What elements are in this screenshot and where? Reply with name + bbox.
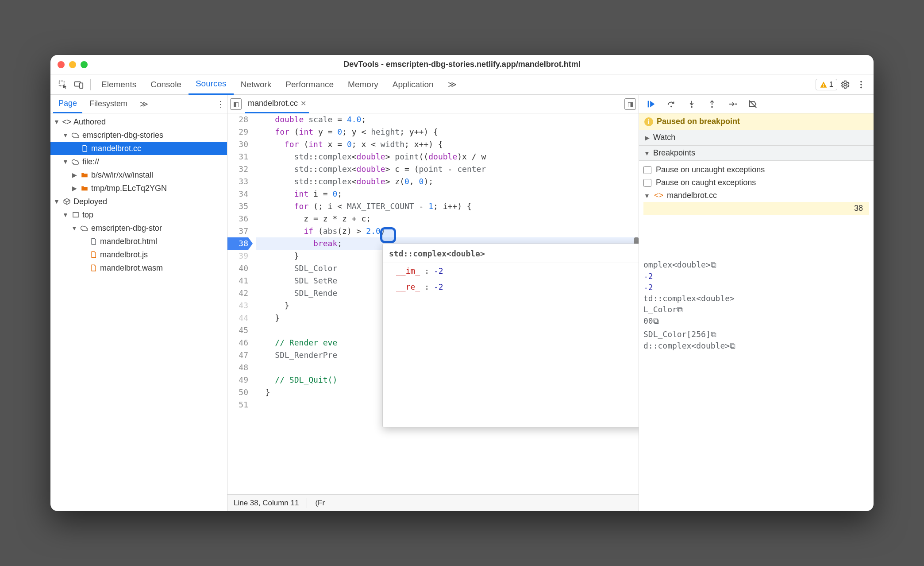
svg-point-14	[735, 103, 737, 105]
tree-file-wasm[interactable]: mandelbrot.wasm	[50, 261, 227, 275]
nav-tab-page[interactable]: Page	[53, 95, 82, 113]
gutter[interactable]: 2829303132333435363738394041424344454647…	[227, 113, 252, 494]
svg-point-13	[711, 106, 713, 108]
editor-statusbar: Line 38, Column 11 (Fr	[227, 494, 639, 511]
step-icon[interactable]	[727, 98, 738, 110]
watch-section-header[interactable]: ▶Watch	[639, 130, 874, 145]
devtools-window: DevTools - emscripten-dbg-stories.netlif…	[50, 55, 874, 511]
hover-token-highlight	[380, 227, 396, 243]
svg-point-12	[691, 106, 693, 108]
hover-tooltip: std::complex<double> __im_:-2 __re_:-2	[382, 244, 639, 427]
scope-row[interactable]: -2	[643, 282, 869, 293]
tree-host-authored[interactable]: ▼emscripten-dbg-stories	[50, 128, 227, 142]
kebab-menu-icon[interactable]	[853, 77, 869, 93]
issues-badge[interactable]: 1	[816, 79, 837, 90]
panel-tab-application[interactable]: Application	[385, 74, 441, 95]
scope-row[interactable]: -2	[643, 271, 869, 282]
panel-tab-elements[interactable]: Elements	[94, 74, 143, 95]
file-tree[interactable]: ▼<>Authored ▼emscripten-dbg-stories mand…	[50, 113, 227, 511]
close-tab-icon[interactable]: ✕	[300, 99, 306, 108]
status-extra: (Fr	[315, 499, 325, 508]
tree-host-deployed[interactable]: ▼emscripten-dbg-stor	[50, 221, 227, 235]
svg-rect-9	[73, 213, 78, 217]
window-title: DevTools - emscripten-dbg-stories.netlif…	[50, 60, 874, 69]
tree-file-mandelbrot-cc[interactable]: mandelbrot.cc	[50, 142, 227, 155]
tooltip-field: __re_:-2	[383, 279, 639, 295]
inspect-element-icon[interactable]	[55, 77, 71, 93]
nav-tab-overflow[interactable]: ≫	[135, 95, 154, 113]
tree-folder-install[interactable]: ▶b/s/w/ir/x/w/install	[50, 168, 227, 182]
scope-row[interactable]: SDL_Color[256]⧉	[643, 329, 869, 340]
panel-tab-memory[interactable]: Memory	[341, 74, 385, 95]
pause-uncaught-checkbox[interactable]: Pause on uncaught exceptions	[643, 163, 869, 176]
tree-folder-tmp[interactable]: ▶tmp/tmp.ELcTq2YGN	[50, 182, 227, 195]
tree-authored[interactable]: ▼<>Authored	[50, 115, 227, 128]
svg-rect-4	[823, 86, 824, 87]
step-out-icon[interactable]	[706, 98, 718, 110]
main-toolbar: Elements Console Sources Network Perform…	[50, 74, 874, 95]
tree-file-html[interactable]: mandelbrot.html	[50, 235, 227, 248]
tree-file-js[interactable]: mandelbrot.js	[50, 248, 227, 261]
scope-row[interactable]: omplex<double>⧉	[643, 259, 869, 271]
editor-tab-label: mandelbrot.cc	[248, 99, 298, 108]
issues-count: 1	[829, 80, 833, 89]
breakpoints-section: Pause on uncaught exceptions Pause on ca…	[639, 161, 874, 217]
code-editor[interactable]: 2829303132333435363738394041424344454647…	[227, 113, 639, 494]
svg-point-6	[860, 81, 862, 82]
svg-point-8	[860, 86, 862, 88]
svg-point-11	[670, 105, 672, 107]
debugger-pane: i Paused on breakpoint ▶Watch ▼Breakpoin…	[639, 95, 874, 511]
cursor-position: Line 38, Column 11	[234, 499, 299, 508]
settings-icon[interactable]	[837, 77, 853, 93]
panel-tab-console[interactable]: Console	[143, 74, 189, 95]
scope-row[interactable]: td::complex<double>	[643, 293, 869, 304]
step-over-icon[interactable]	[666, 98, 677, 110]
tooltip-field: __im_:-2	[383, 263, 639, 279]
panel-tab-sources[interactable]: Sources	[189, 74, 234, 95]
tooltip-type: std::complex<double>	[383, 248, 639, 263]
tree-file-proto[interactable]: ▼file://	[50, 155, 227, 168]
svg-rect-10	[648, 101, 649, 107]
panel-tab-performance[interactable]: Performance	[278, 74, 341, 95]
tree-top[interactable]: ▼top	[50, 208, 227, 221]
body: Page Filesystem ≫ ⋮ ▼<>Authored ▼emscrip…	[50, 95, 874, 511]
nav-kebab-icon[interactable]: ⋮	[216, 99, 224, 109]
scope-row[interactable]: 00⧉	[643, 315, 869, 327]
toggle-navigator-icon[interactable]: ◧	[230, 98, 242, 110]
navigator-pane: Page Filesystem ≫ ⋮ ▼<>Authored ▼emscrip…	[50, 95, 227, 511]
resume-icon[interactable]	[645, 98, 657, 110]
svg-point-5	[844, 83, 847, 86]
svg-point-7	[860, 84, 862, 85]
svg-rect-2	[80, 83, 83, 88]
editor-tabs: ◧ mandelbrot.cc ✕ ◨	[227, 95, 639, 113]
editor-tab-mandelbrot[interactable]: mandelbrot.cc ✕	[245, 95, 309, 113]
debugger-toolbar	[639, 95, 874, 113]
toggle-debugger-icon[interactable]: ◨	[624, 98, 636, 110]
navigator-tabs: Page Filesystem ≫ ⋮	[50, 95, 227, 113]
device-toolbar-icon[interactable]	[71, 77, 87, 93]
info-icon: i	[644, 117, 653, 126]
scope-row[interactable]: L_Color⧉	[643, 304, 869, 315]
titlebar: DevTools - emscripten-dbg-stories.netlif…	[50, 55, 874, 74]
pause-caught-checkbox[interactable]: Pause on caught exceptions	[643, 176, 869, 189]
paused-banner: i Paused on breakpoint	[639, 113, 874, 130]
divider	[90, 79, 91, 90]
step-into-icon[interactable]	[686, 98, 697, 110]
tree-deployed[interactable]: ▼Deployed	[50, 195, 227, 208]
deactivate-breakpoints-icon[interactable]	[747, 98, 758, 110]
panel-tab-network[interactable]: Network	[234, 74, 279, 95]
svg-rect-3	[823, 84, 824, 85]
scope-row[interactable]: d::complex<double>⧉	[643, 340, 869, 352]
scope-list: omplex<double>⧉ -2 -2 td::complex<double…	[639, 257, 874, 353]
paused-text: Paused on breakpoint	[657, 117, 740, 126]
source-pane: ◧ mandelbrot.cc ✕ ◨ 28293031323334353637…	[227, 95, 639, 511]
breakpoint-line[interactable]: 38	[643, 202, 869, 215]
panel-overflow[interactable]: ≫	[441, 74, 464, 95]
nav-tab-filesystem[interactable]: Filesystem	[84, 95, 133, 113]
breakpoint-file[interactable]: ▼<>mandelbrot.cc	[643, 189, 869, 202]
breakpoints-section-header[interactable]: ▼Breakpoints	[639, 145, 874, 161]
